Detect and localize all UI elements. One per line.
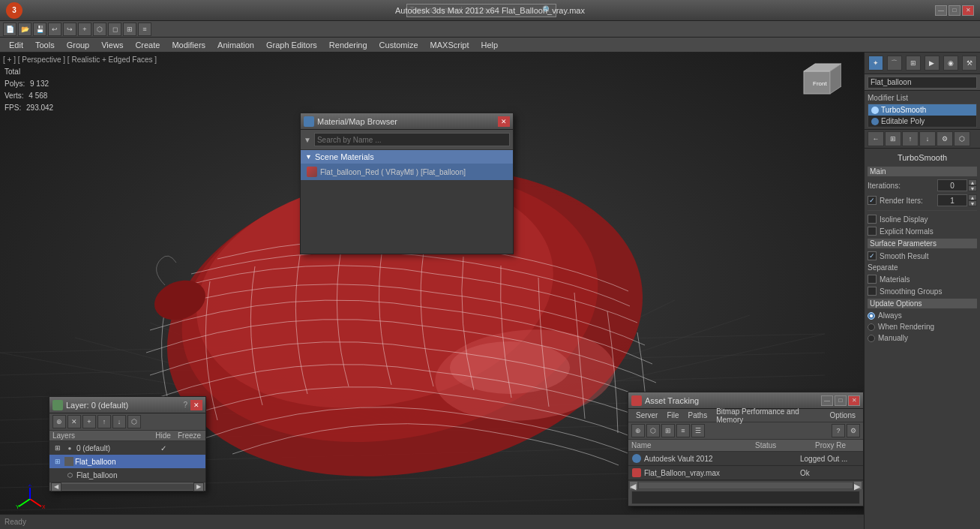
layer-dialog-close[interactable]: ✕ — [190, 400, 202, 410]
at-tool-3[interactable]: ⊞ — [661, 424, 675, 437]
layer-tool-1[interactable]: ⊕ — [52, 415, 66, 428]
layer-tool-5[interactable]: ↓ — [112, 415, 126, 428]
menu-help[interactable]: Help — [475, 39, 505, 51]
menu-tools[interactable]: Tools — [29, 39, 61, 51]
mod-btn-6[interactable]: ⬡ — [954, 131, 970, 146]
maximize-button[interactable]: □ — [949, 5, 961, 16]
at-menu-file[interactable]: File — [662, 411, 683, 419]
menu-customize[interactable]: Customize — [373, 39, 424, 51]
at-maximize[interactable]: □ — [835, 395, 847, 406]
at-tool-5[interactable]: ☰ — [691, 424, 705, 437]
mod-btn-1[interactable]: ← — [868, 131, 884, 146]
ts-ri-down[interactable]: ▼ — [968, 200, 977, 206]
ts-ri-up[interactable]: ▲ — [968, 194, 977, 200]
ts-smoothing-checkbox[interactable] — [868, 287, 877, 296]
ts-iter-up[interactable]: ▲ — [968, 179, 977, 185]
at-menu-bitmap[interactable]: Bitmap Performance and Memory — [712, 407, 825, 424]
at-minimize[interactable]: — — [821, 395, 833, 406]
object-name-input[interactable] — [868, 77, 977, 89]
scroll-right-btn[interactable]: ▶ — [193, 482, 204, 491]
rp-icon-utilities[interactable]: ⚒ — [962, 56, 977, 71]
close-button[interactable]: ✕ — [962, 5, 974, 16]
scroll-track[interactable] — [61, 484, 193, 490]
menu-edit[interactable]: Edit — [3, 39, 29, 51]
at-tool-4[interactable]: ≡ — [676, 424, 690, 437]
mod-btn-2[interactable]: ⊞ — [885, 131, 901, 146]
layer-row-sub[interactable]: ⬡ Flat_balloon — [49, 468, 205, 482]
viewport-cube[interactable]: Front — [796, 60, 841, 105]
at-scroll-track[interactable] — [639, 482, 853, 488]
ts-iter-down[interactable]: ▼ — [968, 185, 977, 191]
rp-icon-motion[interactable]: ▶ — [925, 56, 940, 71]
redo-button[interactable]: ↪ — [63, 23, 76, 36]
ts-manually-radio[interactable] — [868, 335, 875, 342]
layer-tool-3[interactable]: + — [82, 415, 96, 428]
at-menu-paths[interactable]: Paths — [684, 411, 712, 419]
at-menu-options[interactable]: Options — [826, 411, 860, 419]
at-row-vault[interactable]: Autodesk Vault 2012 Logged Out ... — [628, 452, 863, 466]
scroll-left-btn[interactable]: ◀ — [51, 482, 61, 491]
ts-render-iters-checkbox[interactable] — [868, 196, 877, 205]
mod-btn-3[interactable]: ↑ — [902, 131, 919, 146]
mod-btn-4[interactable]: ↓ — [919, 131, 936, 146]
at-menu-server[interactable]: Server — [631, 411, 662, 419]
menu-modifiers[interactable]: Modifiers — [166, 39, 211, 51]
ts-when-rendering-radio[interactable] — [868, 323, 875, 331]
layer-dialog-titlebar[interactable]: Layer: 0 (default) ? ✕ — [49, 397, 205, 413]
material-search-input[interactable] — [314, 133, 510, 146]
ts-render-iters-input[interactable] — [937, 194, 967, 206]
layer-scrollbar[interactable]: ◀ ▶ — [49, 482, 205, 491]
undo-button[interactable]: ↩ — [48, 23, 61, 36]
ts-explicit-checkbox[interactable] — [868, 227, 877, 236]
menu-group[interactable]: Group — [61, 39, 96, 51]
menu-create[interactable]: Create — [129, 39, 166, 51]
layer-tool-2[interactable]: ✕ — [67, 415, 81, 428]
rp-icon-modify[interactable]: ⌒ — [887, 56, 902, 71]
ts-materials-checkbox[interactable] — [868, 275, 877, 284]
menu-graph-editors[interactable]: Graph Editors — [260, 39, 323, 51]
at-tool-2[interactable]: ⬡ — [646, 424, 660, 437]
at-tool-settings[interactable]: ⚙ — [847, 424, 860, 437]
save-button[interactable]: 💾 — [33, 23, 46, 36]
ts-smooth-result-checkbox[interactable] — [868, 251, 877, 260]
tool7[interactable]: ◻ — [108, 23, 121, 36]
viewport-area[interactable]: [ + ] [ Perspective ] [ Realistic + Edge… — [0, 53, 864, 529]
menu-views[interactable]: Views — [95, 39, 129, 51]
mod-btn-5[interactable]: ⚙ — [937, 131, 953, 146]
layer-row-default[interactable]: ⊞ ● 0 (default) ✓ — [49, 441, 205, 455]
layer-row-flat-balloon[interactable]: ⊞ Flat_balloon — [49, 455, 205, 468]
modifier-editable-poly[interactable]: Editable Poly — [868, 116, 976, 127]
scene-materials-header[interactable]: ▼ Scene Materials — [301, 150, 513, 164]
dialog-close-button[interactable]: ✕ — [498, 116, 510, 127]
rp-icon-create[interactable]: ✦ — [868, 56, 883, 71]
layer-dialog-help-icon[interactable]: ? — [183, 401, 187, 409]
menu-maxscript[interactable]: MAXScript — [424, 39, 475, 51]
open-button[interactable]: 📂 — [18, 23, 31, 36]
at-tool-help[interactable]: ? — [832, 424, 845, 437]
tool6[interactable]: ⬡ — [93, 23, 106, 36]
rp-icon-display[interactable]: ◉ — [943, 56, 958, 71]
menu-rendering[interactable]: Rendering — [323, 39, 373, 51]
at-input-row[interactable] — [631, 491, 860, 504]
at-scroll-left[interactable]: ◀ — [630, 482, 637, 489]
at-tool-1[interactable]: ⊕ — [631, 424, 645, 437]
layer-tool-6[interactable]: ⬡ — [127, 415, 141, 428]
at-row-max[interactable]: Flat_Balloon_vray.max Ok — [628, 466, 863, 480]
dialog-titlebar[interactable]: Material/Map Browser ✕ — [301, 113, 513, 130]
material-item[interactable]: Flat_balloon_Red ( VRayMtl ) [Flat_ballo… — [301, 164, 513, 180]
rp-icon-hierarchy[interactable]: ⊞ — [906, 56, 921, 71]
ts-iterations-input[interactable] — [937, 179, 967, 191]
modifier-turbosmooth[interactable]: TurboSmooth — [868, 104, 976, 116]
at-scrollbar[interactable]: ◀ ▶ — [628, 480, 863, 489]
tool8[interactable]: ⊞ — [123, 23, 136, 36]
tool9[interactable]: ≡ — [138, 23, 151, 36]
ts-isoline-checkbox[interactable] — [868, 215, 877, 224]
ts-always-radio[interactable] — [868, 312, 875, 320]
at-close[interactable]: ✕ — [848, 395, 860, 406]
layer-tool-4[interactable]: ↑ — [97, 415, 111, 428]
new-button[interactable]: 📄 — [3, 23, 16, 36]
tool5[interactable]: + — [78, 23, 91, 36]
at-scroll-right[interactable]: ▶ — [854, 482, 862, 489]
menu-animation[interactable]: Animation — [211, 39, 260, 51]
minimize-button[interactable]: — — [935, 5, 947, 16]
